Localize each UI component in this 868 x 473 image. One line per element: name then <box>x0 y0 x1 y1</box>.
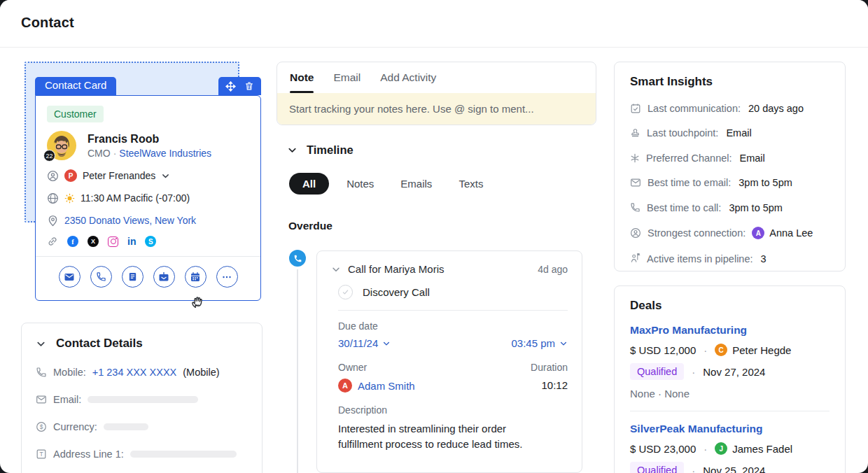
chevron-down-icon[interactable] <box>287 145 298 155</box>
owner-label: Owner <box>338 362 415 373</box>
filter-all[interactable]: All <box>289 173 329 195</box>
mail-icon <box>630 177 641 188</box>
address-row: 2350 Donato Views, New York <box>47 213 249 227</box>
call-button[interactable] <box>90 266 112 288</box>
skype-icon[interactable]: S <box>145 236 156 247</box>
field-row-mobile: Mobile: +1 234 XXX XXXX (Mobile) <box>36 367 248 378</box>
pipeline-icon <box>630 253 640 264</box>
instagram-icon[interactable] <box>108 236 118 247</box>
insight-row: Best time to call: 3pm to 5pm <box>630 202 830 213</box>
contact-card-widget: Contact Card Customer 22 Francis Roob CM… <box>35 77 261 301</box>
deal-amount: $ USD 12,000 <box>630 344 696 356</box>
due-time-select[interactable]: 03:45 pm <box>511 337 568 349</box>
check-icon <box>342 288 349 296</box>
deal-item: MaxPro Manufacturing $ USD 12,000 · C Pe… <box>630 324 830 400</box>
calendar-button[interactable] <box>185 266 206 288</box>
person-icon <box>47 170 59 182</box>
mobile-type: (Mobile) <box>183 367 219 378</box>
local-time-row: 11:30 AM Pacific (-07:00) <box>47 191 249 205</box>
currency-icon <box>36 421 47 432</box>
tab-note[interactable]: Note <box>290 62 314 93</box>
activity-owner-link[interactable]: Adam Smith <box>358 380 415 392</box>
more-button[interactable] <box>216 266 238 288</box>
deal-extra: None · None <box>630 388 830 400</box>
social-row: f X in S <box>47 236 249 247</box>
avatar-count-badge: 22 <box>43 150 55 162</box>
divider <box>630 411 830 411</box>
field-label: Mobile: <box>53 367 86 378</box>
duration-label: Duration <box>531 362 568 373</box>
task-checkbox[interactable] <box>338 285 353 299</box>
composer-tabs: Note Email Add Activity <box>277 62 596 93</box>
filter-notes[interactable]: Notes <box>337 173 383 195</box>
map-pin-icon <box>47 215 59 227</box>
trash-icon[interactable] <box>244 81 254 91</box>
task-name: Discovery Call <box>363 286 430 298</box>
due-date-select[interactable]: 30/11/24 <box>338 337 391 349</box>
field-label: Address Line 1: <box>53 449 124 460</box>
insight-value: 3pm to 5pm <box>738 177 792 188</box>
deal-item: SilverPeak Manufacturing $ USD 23,000 · … <box>630 423 830 473</box>
stage-badge: Qualified <box>630 462 684 473</box>
sun-icon <box>64 193 75 204</box>
note-input[interactable]: Start tracking your notes here. Use @ si… <box>277 93 596 125</box>
chevron-down-icon[interactable] <box>161 171 170 181</box>
deal-owner-avatar: J <box>715 442 727 455</box>
mobile-number-link[interactable]: +1 234 XXX XXXX <box>92 367 177 378</box>
filter-emails[interactable]: Emails <box>391 173 441 195</box>
contact-card-widget-tools <box>218 77 261 95</box>
note-button[interactable] <box>122 266 144 288</box>
insight-label: Last touchpoint: <box>647 127 718 139</box>
x-icon[interactable]: X <box>88 236 99 247</box>
insight-value: 3 <box>761 253 766 264</box>
incoming-call-icon <box>289 250 306 267</box>
insight-row: Strongest connection: A Anna Lee <box>630 227 830 239</box>
deal-name-link[interactable]: MaxPro Manufacturing <box>630 324 830 337</box>
contact-card-widget-label[interactable]: Contact Card <box>35 77 116 95</box>
insight-label: Last communication: <box>648 103 741 114</box>
phone-icon <box>630 202 640 213</box>
move-icon[interactable] <box>225 81 236 92</box>
activity-time-ago: 4d ago <box>538 264 568 275</box>
dot-separator: · <box>689 366 698 378</box>
name-block: Francis Roob CMO·SteelWave Industries <box>88 133 211 159</box>
avatar[interactable]: 22 <box>47 131 76 160</box>
chevron-down-icon[interactable] <box>36 339 46 349</box>
send-email-button[interactable] <box>153 266 175 288</box>
profile-row: 22 Francis Roob CMO·SteelWave Industries <box>47 131 249 160</box>
tab-email[interactable]: Email <box>333 62 360 93</box>
activity-card: Call for Mariya Moris 4d ago Discovery C… <box>316 250 582 473</box>
contact-card-body: Customer 22 Francis Roob CMO·SteelWave I… <box>35 95 261 301</box>
asterisk-icon <box>630 153 640 163</box>
company-link[interactable]: SteelWave Industries <box>119 148 211 159</box>
field-row-email: Email: <box>36 394 248 405</box>
person-icon <box>630 227 641 239</box>
globe-clock-icon <box>47 192 59 204</box>
description-text: Interested in streamlining their order f… <box>338 421 548 452</box>
deal-name-link[interactable]: SilverPeak Manufacturing <box>630 423 830 435</box>
email-button[interactable] <box>59 266 80 288</box>
filter-texts[interactable]: Texts <box>449 173 492 195</box>
dot-separator: · <box>701 443 710 455</box>
address-link[interactable]: 2350 Donato Views, New York <box>64 215 196 226</box>
insight-value: Email <box>740 153 765 164</box>
timeline-line <box>297 269 298 473</box>
chevron-down-icon[interactable] <box>331 264 341 274</box>
stage-badge: Qualified <box>630 363 684 380</box>
insight-value: Email <box>726 127 751 139</box>
page-header: Contact <box>0 0 868 48</box>
contact-details-panel: Contact Details Mobile: +1 234 XXX XXXX … <box>21 323 262 473</box>
tab-add-activity[interactable]: Add Activity <box>380 62 436 93</box>
activity-title[interactable]: Call for Mariya Moris <box>348 263 531 275</box>
linkedin-icon[interactable]: in <box>127 236 136 247</box>
overdue-section-label: Overdue <box>288 220 332 232</box>
description-label: Description <box>338 404 568 416</box>
deal-owner-avatar: C <box>715 344 727 356</box>
touchpoint-icon <box>630 128 640 139</box>
deal-owner: Peter Hegde <box>732 344 791 356</box>
facebook-icon[interactable]: f <box>67 236 78 247</box>
link-icon[interactable] <box>47 236 58 247</box>
contact-details-title: Contact Details <box>56 337 143 351</box>
owner-name[interactable]: Peter Frenandes <box>83 170 155 181</box>
insight-value: 20 days ago <box>748 103 804 114</box>
